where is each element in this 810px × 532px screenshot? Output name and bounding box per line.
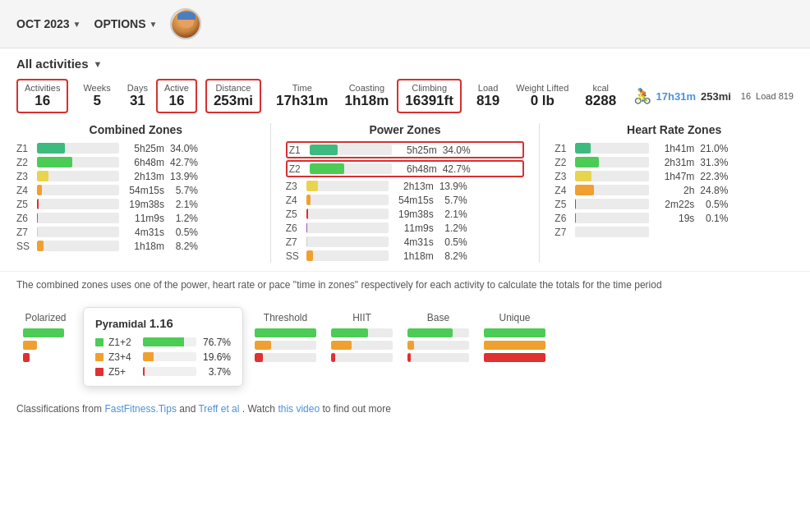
days-value: 31: [130, 93, 145, 109]
zone-time: 19m38s: [393, 209, 434, 220]
pyr-mini-bar-2: [95, 353, 104, 361]
zones-container: Combined Zones Z1 5h25m 34.0% Z2 6h48m 4…: [0, 123, 810, 271]
zone-time: 1h41m: [653, 143, 694, 154]
zone-bar: [306, 209, 308, 219]
video-link[interactable]: this video: [278, 403, 320, 415]
options-selector[interactable]: OPTIONS ▼: [94, 17, 158, 30]
time-label: Time: [292, 83, 312, 93]
climbing-label: Climbing: [412, 83, 447, 93]
zone-label: SS: [16, 241, 33, 252]
polarized-bars: [23, 328, 68, 362]
zone-separator-2: [539, 123, 540, 263]
table-row: Z6 11m9s 1.2%: [16, 211, 255, 225]
power-zones-title: Power Zones: [286, 123, 525, 136]
zone-pct: 31.3%: [698, 157, 728, 168]
zone-bar-container: [575, 171, 649, 181]
table-row: Z2 6h48m 42.7%: [16, 155, 255, 169]
zone-bar: [575, 157, 598, 167]
zone-separator-1: [270, 123, 271, 263]
zone-label: Z3: [286, 181, 302, 192]
hiit-bar-2: [331, 341, 393, 350]
unique-bar-2: [484, 341, 545, 350]
zone-pct: 2.1%: [438, 209, 467, 220]
zone-pct: 42.7%: [168, 157, 198, 168]
threshold-bar-3: [255, 353, 316, 362]
zone-bar-container: [575, 157, 649, 167]
bike-time: 17h31m: [656, 90, 696, 103]
zone-label: Z5: [286, 209, 302, 220]
zone-label: Z7: [16, 227, 33, 238]
pyr-label-3: Z5+: [108, 366, 138, 378]
zone-label: Z7: [555, 227, 571, 238]
zone-time: 2h31m: [653, 157, 694, 168]
zone-time: 54m15s: [393, 195, 434, 206]
bike-stats: 🚴 17h31m 253mi 16 Load 819: [633, 87, 794, 105]
zone-label: Z6: [16, 213, 33, 224]
zone-label: Z1: [16, 143, 33, 154]
zone-pct: 0.5%: [438, 236, 467, 248]
zone-bar-container: [37, 143, 119, 154]
zone-pct: 0.5%: [168, 227, 198, 238]
zone-bar: [306, 250, 313, 261]
zone-pct: 5.7%: [168, 185, 198, 196]
stats-row: Activities 16 Weeks 5 Days 31 Active 16 …: [0, 76, 810, 123]
table-row: Z7 4m31s 0.5%: [286, 235, 525, 249]
table-row: Z1 5h25m 34.0%: [16, 141, 255, 155]
zone-time: 19s: [653, 213, 694, 224]
avatar[interactable]: [170, 8, 201, 39]
date-selector[interactable]: OCT 2023 ▼: [16, 17, 81, 30]
bike-distance: 253mi: [701, 90, 731, 103]
zone-pct: 21.0%: [698, 143, 728, 154]
zone-pct: 34.0%: [441, 144, 471, 156]
table-row: Z5 19m38s 2.1%: [286, 207, 525, 221]
zone-time: 1h47m: [653, 171, 694, 182]
pol-bar-2: [23, 341, 37, 350]
zone-time: 2h: [653, 185, 694, 196]
zone-bar-container: [575, 227, 649, 237]
zone-pct: 13.9%: [438, 181, 467, 192]
activities-value: 16: [35, 93, 50, 109]
table-row: Z3 1h47m 22.3%: [555, 169, 794, 183]
zone-time: 5h25m: [123, 143, 164, 154]
zone-bar: [306, 195, 311, 205]
zone-bar: [37, 143, 65, 154]
zone-bar-container: [306, 181, 389, 191]
treff-link[interactable]: Treff et al: [198, 403, 239, 415]
pyr-bar-fill-1: [143, 337, 184, 346]
zone-bar: [575, 185, 593, 195]
fastfitness-link[interactable]: FastFitness.Tips: [104, 403, 177, 415]
climbing-stat: Climbing 16391ft: [397, 79, 462, 113]
coasting-label: Coasting: [349, 83, 384, 93]
zone-pct: 34.0%: [168, 143, 198, 154]
table-row: Z2 2h31m 31.3%: [555, 155, 794, 169]
load-label: Load: [478, 83, 498, 93]
zone-bar-container: [37, 185, 119, 195]
pyr-bar-wrap-1: [143, 337, 196, 346]
weight-stat: Weight Lifted 0 lb: [508, 80, 577, 112]
hiit-bar-1: [331, 328, 393, 337]
zone-bar-container: [306, 236, 389, 247]
zone-bar: [37, 241, 44, 251]
zone-time: 11m9s: [393, 222, 434, 234]
weight-label: Weight Lifted: [516, 83, 568, 93]
zone-bar-container: [306, 209, 389, 219]
zone-pct: 8.2%: [168, 241, 198, 252]
footer-text-3: . Watch: [242, 403, 278, 415]
all-activities-label[interactable]: All activities: [16, 57, 89, 71]
zone-bar-container: [37, 213, 119, 223]
date-chevron-icon: ▼: [73, 20, 81, 29]
active-value: 16: [168, 93, 184, 109]
zone-bar-container: [575, 213, 649, 223]
pyr-mini-bar-3: [95, 368, 104, 376]
zone-bar: [306, 181, 318, 191]
pyr-bar-fill-2: [143, 352, 154, 361]
table-row: Z5 19m38s 2.1%: [16, 197, 255, 211]
hr-zones-section: Heart Rate Zones Z1 1h41m 21.0% Z2 2h31m…: [555, 123, 794, 263]
hr-zones-title: Heart Rate Zones: [555, 123, 794, 136]
zone-label: Z1: [289, 144, 306, 156]
zone-bar-container: [310, 163, 392, 174]
pyramidal-title: Pyramidal 1.16: [95, 316, 231, 330]
table-row: Z5 2m22s 0.5%: [555, 197, 794, 211]
zone-bar-container: [37, 199, 119, 209]
pyr-pct-1: 76.7%: [201, 337, 231, 348]
